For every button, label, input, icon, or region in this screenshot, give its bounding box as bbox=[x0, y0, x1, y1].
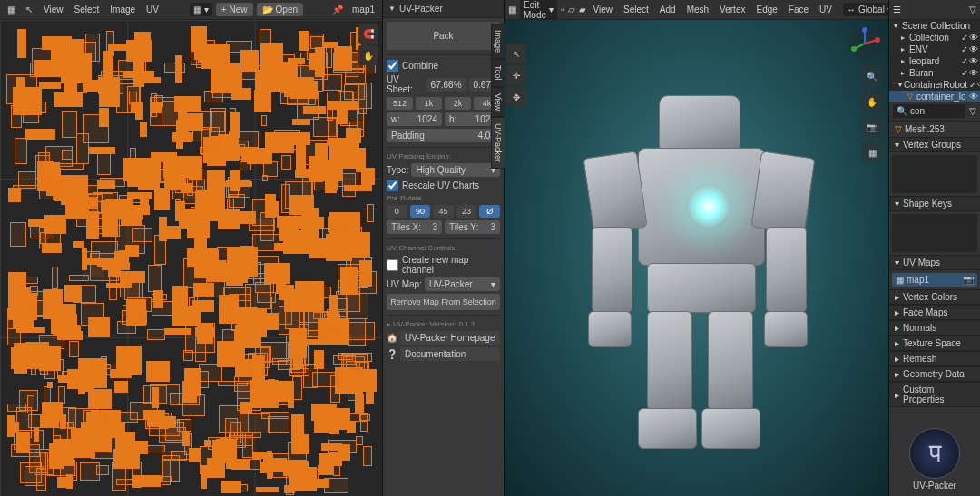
menu-image[interactable]: Image bbox=[106, 5, 139, 15]
rescale-checkbox[interactable]: Rescale UV Charts bbox=[387, 180, 500, 191]
menu-vertex[interactable]: Vertex bbox=[716, 5, 749, 15]
magnet-icon[interactable]: 🧲 bbox=[358, 24, 378, 44]
rot-full[interactable]: Ø bbox=[479, 205, 500, 218]
sel-edge-icon[interactable]: ▱ bbox=[568, 3, 575, 17]
mode-dropdown[interactable]: Edit Mode ▾ bbox=[520, 0, 557, 22]
tab-image[interactable]: Image bbox=[491, 24, 505, 59]
sect-geometry-data[interactable]: ▸Geometry Data bbox=[889, 366, 980, 382]
size-1k[interactable]: 1k bbox=[416, 97, 442, 110]
tilesx-field[interactable]: Tiles X:3 bbox=[387, 220, 442, 234]
homepage-link[interactable]: 🏠UV-Packer Homepage bbox=[387, 331, 500, 345]
properties-panel: ▽Mesh.253 ▾Vertex Groups ▾Shape Keys ▾UV… bbox=[889, 122, 980, 496]
combine-checkbox[interactable]: Combine bbox=[387, 60, 500, 72]
zoom-icon[interactable]: 🔍 bbox=[861, 65, 883, 87]
sect-uv-maps[interactable]: ▾UV Maps bbox=[889, 255, 980, 270]
type-dropdown[interactable]: High Quality▾ bbox=[411, 163, 500, 177]
open-image-button[interactable]: 📂 Open bbox=[257, 3, 303, 16]
move-tool[interactable]: ✥ bbox=[506, 87, 526, 107]
uv-canvas[interactable]: 🧲 ✋ bbox=[0, 20, 382, 496]
select-tool[interactable]: ↖ bbox=[506, 44, 526, 63]
editor-type-icon[interactable]: ▦ bbox=[4, 3, 18, 17]
sect-shape-keys[interactable]: ▾Shape Keys bbox=[889, 196, 980, 211]
menu-add[interactable]: Add bbox=[656, 5, 680, 15]
sect-vertex-colors[interactable]: ▸Vertex Colors bbox=[889, 289, 980, 305]
funnel-icon[interactable]: ▽ bbox=[969, 106, 976, 116]
uv-packer-panel: ▼ UV-Packer Pack Combine UV Sheet: 67.66… bbox=[383, 0, 505, 496]
uvmap-label: UV Map: bbox=[387, 279, 422, 289]
outliner-item: ▸leopard✓👁 bbox=[889, 55, 980, 67]
tab-view[interactable]: View bbox=[491, 87, 505, 117]
prerotate-label: Pre-Rotate bbox=[387, 194, 500, 202]
outliner-item: ▸ENV✓👁 bbox=[889, 44, 980, 55]
svg-point-4 bbox=[851, 46, 857, 52]
editor-type-icon[interactable]: ▦ bbox=[508, 3, 516, 17]
sect-vertex-groups[interactable]: ▾Vertex Groups bbox=[889, 137, 980, 152]
outliner-header: ☰ ▽ bbox=[889, 0, 980, 20]
image-name[interactable]: map1 bbox=[348, 5, 378, 15]
shape-keys-list[interactable] bbox=[892, 214, 977, 252]
outliner-icon[interactable]: ☰ bbox=[893, 5, 901, 15]
version-value: 0.1.3 bbox=[458, 320, 475, 328]
search-field[interactable]: con bbox=[910, 106, 925, 116]
create-channel-checkbox[interactable]: Create new map channel bbox=[387, 255, 500, 275]
sect-custom-props[interactable]: ▸Custom Properties bbox=[889, 382, 980, 407]
menu-view[interactable]: View bbox=[590, 5, 617, 15]
menu-select[interactable]: Select bbox=[620, 5, 652, 15]
tilesy-field[interactable]: Tiles Y:3 bbox=[445, 220, 500, 234]
viewport-header: ▦ Edit Mode ▾ ▫ ▱ ▰ View Select Add Mesh… bbox=[505, 0, 888, 20]
uv-sheet-label: UV Sheet: bbox=[387, 74, 424, 94]
orbit-gizmo[interactable] bbox=[847, 25, 883, 62]
pin-icon[interactable]: 📌 bbox=[330, 3, 345, 17]
rot-0[interactable]: 0 bbox=[387, 205, 407, 218]
menu-uv[interactable]: UV bbox=[816, 5, 836, 15]
sect-normals[interactable]: ▸Normals bbox=[889, 320, 980, 336]
width-field[interactable]: w:1024 bbox=[387, 112, 442, 126]
image-browse-dropdown[interactable]: ▦ ▾ bbox=[190, 3, 212, 16]
sel-vert-icon[interactable]: ▫ bbox=[561, 3, 564, 17]
sect-texture-space[interactable]: ▸Texture Space bbox=[889, 336, 980, 351]
rot-45[interactable]: 45 bbox=[433, 205, 454, 218]
sect-face-maps[interactable]: ▸Face Maps bbox=[889, 305, 980, 320]
menu-edge[interactable]: Edge bbox=[752, 5, 780, 15]
sidebar-tabs: Image Tool View UV-Packer bbox=[491, 24, 505, 169]
docs-link[interactable]: ❔Documentation bbox=[387, 347, 500, 361]
sel-face-icon[interactable]: ▰ bbox=[579, 3, 586, 17]
channel-label: UV Channel Controls: bbox=[387, 244, 500, 252]
vertex-groups-list[interactable] bbox=[892, 155, 977, 193]
tab-tool[interactable]: Tool bbox=[491, 59, 505, 87]
filter-icon[interactable]: ▽ bbox=[969, 5, 976, 15]
sect-remesh[interactable]: ▸Remesh bbox=[889, 351, 980, 366]
menu-uv[interactable]: UV bbox=[142, 5, 162, 15]
menu-face[interactable]: Face bbox=[785, 5, 812, 15]
padding-field[interactable]: Padding4.00 bbox=[387, 129, 500, 142]
pack-button[interactable]: Pack bbox=[387, 22, 500, 50]
menu-mesh[interactable]: Mesh bbox=[683, 5, 712, 15]
remove-map-button[interactable]: Remove Map From Selection bbox=[387, 294, 500, 310]
menu-select[interactable]: Select bbox=[71, 5, 103, 15]
outliner[interactable]: ▾Scene Collection ▸Collection✓👁 ▸ENV✓👁 ▸… bbox=[889, 20, 980, 102]
rot-90[interactable]: 90 bbox=[410, 205, 431, 218]
tab-uvpacker[interactable]: UV-Packer bbox=[491, 117, 505, 169]
outliner-item: ▾ContainerRobot✓👁 bbox=[889, 79, 980, 91]
uvmap-dropdown[interactable]: UV-Packer▾ bbox=[425, 277, 500, 291]
cursor-tool[interactable]: ✛ bbox=[506, 65, 526, 85]
panel-title: UV-Packer bbox=[399, 4, 443, 14]
rot-23[interactable]: 23 bbox=[456, 205, 477, 218]
scene-collection: ▾Scene Collection bbox=[889, 20, 980, 32]
panel-header[interactable]: ▼ UV-Packer bbox=[383, 0, 504, 18]
menu-view[interactable]: View bbox=[40, 5, 67, 15]
camera-icon[interactable]: 📷 bbox=[861, 116, 883, 138]
uv-map-item[interactable]: ▦map1 📷 bbox=[892, 273, 977, 287]
mesh-datablock[interactable]: Mesh.253 bbox=[905, 124, 945, 134]
hand-icon[interactable]: ✋ bbox=[358, 45, 378, 65]
new-image-button[interactable]: + New bbox=[216, 3, 253, 16]
pan-icon[interactable]: ✋ bbox=[861, 91, 883, 112]
outliner-item: ▸Collection✓👁 bbox=[889, 32, 980, 44]
camera-icon[interactable]: 📷 bbox=[963, 275, 974, 285]
size-2k[interactable]: 2k bbox=[445, 97, 471, 110]
viewport-3d[interactable]: ↖ ✛ ✥ 🔍 ✋ 📷 ▦ bbox=[505, 20, 888, 496]
cursor-icon[interactable]: ↖ bbox=[22, 3, 36, 17]
persp-icon[interactable]: ▦ bbox=[861, 141, 883, 163]
size-512[interactable]: 512 bbox=[387, 97, 413, 110]
uv-packer-logo: प UV-Packer bbox=[889, 423, 980, 496]
